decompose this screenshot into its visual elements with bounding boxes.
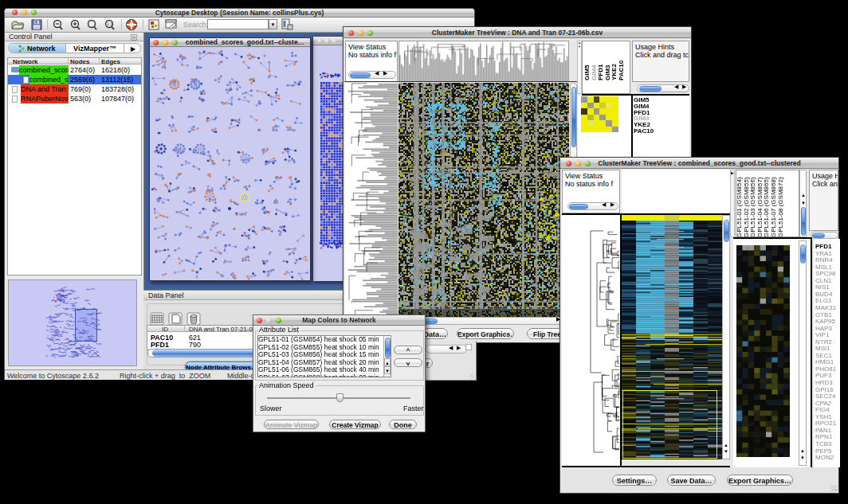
svg-text:GPL51-08 (GSM872): GPL51-08 (GSM872) xyxy=(777,177,784,237)
svg-text:PAC10: PAC10 xyxy=(618,60,625,80)
svg-text:1:1: 1:1 xyxy=(107,21,112,26)
